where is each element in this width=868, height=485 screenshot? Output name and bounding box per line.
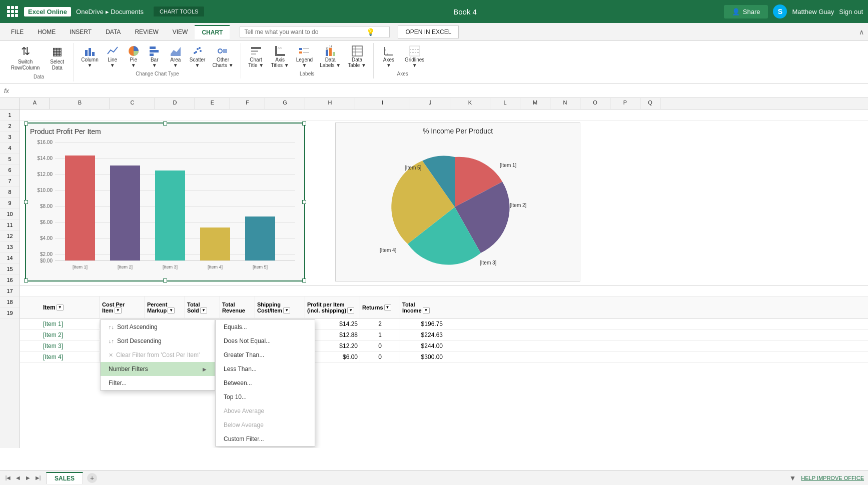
col-header-c[interactable]: C — [110, 98, 155, 109]
between-item[interactable]: Between... — [216, 376, 315, 390]
svg-text:$4.00: $4.00 — [40, 236, 53, 241]
returns-filter-btn[interactable]: ▼ — [384, 304, 391, 310]
gridlines-button[interactable]: Gridlines▼ — [402, 43, 427, 70]
pie-chart-container[interactable]: % Income Per Product — [335, 122, 580, 282]
col-header-i[interactable]: I — [355, 98, 410, 109]
number-filters-submenu: Equals... Does Not Equal... Greater Than… — [215, 320, 315, 446]
sort-desc-icon: ↓↑ — [109, 338, 114, 344]
help-improve-office[interactable]: HELP IMPROVE OFFICE — [801, 475, 864, 481]
data-labels-icon: 1214 — [324, 45, 336, 57]
data-table-button[interactable]: DataTable ▼ — [345, 43, 369, 70]
sheet-tab[interactable]: SALES — [46, 472, 83, 484]
cell-18-a[interactable]: [Item 3] — [40, 342, 100, 350]
profit-filter-btn[interactable]: ▼ — [347, 308, 354, 314]
col-header-p[interactable]: P — [610, 98, 640, 109]
custom-filter-item[interactable]: Custom Filter... — [216, 432, 315, 446]
svg-rect-38 — [410, 46, 420, 56]
nav-first-arrow[interactable]: |◀ — [4, 474, 12, 482]
select-data-button[interactable]: ▦ SelectData — [45, 43, 70, 73]
row-num-17: 17 — [0, 286, 20, 296]
col-header-q[interactable]: Q — [640, 98, 660, 109]
cost-filter-btn[interactable]: ▼ — [115, 308, 122, 314]
legend-button[interactable]: Legend▼ — [293, 43, 316, 70]
tab-insert[interactable]: INSERT — [63, 24, 99, 40]
tab-chart[interactable]: CHART — [195, 25, 230, 39]
bar-chart-button[interactable]: Bar▼ — [145, 43, 165, 70]
svg-text:AB: AB — [278, 46, 282, 50]
column-chart-button[interactable]: Column▼ — [78, 43, 101, 70]
scatter-chart-button[interactable]: Scatter▼ — [187, 43, 209, 70]
scroll-right[interactable]: ▼ — [789, 474, 796, 482]
open-in-excel-button[interactable]: OPEN IN EXCEL — [398, 26, 459, 38]
cell-16-a[interactable]: [Item 1] — [40, 320, 100, 328]
number-filters-item[interactable]: Number Filters ▶ — [101, 362, 215, 376]
col-header-l[interactable]: L — [490, 98, 520, 109]
line-chart-button[interactable]: Line▼ — [103, 43, 123, 70]
col-header-d[interactable]: D — [155, 98, 195, 109]
col-header-b[interactable]: B — [50, 98, 110, 109]
sign-out-link[interactable]: Sign out — [839, 8, 863, 16]
col-header-g[interactable]: G — [265, 98, 305, 109]
tab-home[interactable]: HOME — [31, 24, 63, 40]
switch-row-col-button[interactable]: ⇅ SwitchRow/Column — [8, 43, 43, 73]
row-num-3: 3 — [0, 132, 20, 142]
row-num-19: 19 — [0, 308, 20, 318]
bar-chart-container[interactable]: Product Profit Per Item $16.00 $14 — [25, 122, 305, 282]
tab-view[interactable]: VIEW — [166, 24, 195, 40]
axes-button[interactable]: Axes▼ — [378, 43, 400, 70]
tab-data[interactable]: DATA — [99, 24, 128, 40]
cell-17-a[interactable]: [Item 2] — [40, 330, 100, 340]
breadcrumb[interactable]: OneDrive ▸ Documents — [76, 8, 144, 16]
col-header-o[interactable]: O — [580, 98, 610, 109]
app-grid-icon[interactable] — [5, 4, 20, 19]
shipping-filter-btn[interactable]: ▼ — [283, 308, 290, 314]
tab-review[interactable]: REVIEW — [128, 24, 165, 40]
col-header-n[interactable]: N — [550, 98, 580, 109]
svg-point-13 — [218, 49, 222, 53]
income-filter-btn[interactable]: ▼ — [423, 308, 430, 314]
sort-ascending-item[interactable]: ↑↓ Sort Ascending — [101, 320, 215, 334]
row-num-18: 18 — [0, 296, 20, 308]
svg-rect-27 — [333, 52, 335, 56]
skype-icon[interactable]: S — [773, 4, 787, 18]
axis-titles-button[interactable]: AB AxisTitles ▼ — [268, 43, 292, 70]
col-header-k[interactable]: K — [450, 98, 490, 109]
svg-text:$0.00: $0.00 — [40, 258, 53, 264]
clear-filter-item[interactable]: ✕ Clear Filter from 'Cost Per Item' — [101, 348, 215, 362]
col-header-j[interactable]: J — [410, 98, 450, 109]
item-filter-btn[interactable]: ▼ — [57, 304, 64, 310]
markup-filter-btn[interactable]: ▼ — [168, 308, 175, 314]
nav-next-arrow[interactable]: ▶ — [24, 474, 32, 482]
svg-text:$12.00: $12.00 — [37, 172, 53, 177]
content-area: Product Profit Per Item $16.00 $14 — [20, 110, 868, 448]
does-not-equal-item[interactable]: Does Not Equal... — [216, 334, 315, 348]
data-labels-button[interactable]: 1214 DataLabels ▼ — [317, 43, 344, 70]
sold-filter-btn[interactable]: ▼ — [200, 308, 207, 314]
less-than-item[interactable]: Less Than... — [216, 362, 315, 376]
search-input[interactable] — [244, 28, 364, 36]
share-icon: 👤 — [732, 8, 740, 16]
cell-19-a[interactable]: [Item 4] — [40, 352, 100, 362]
pie-chart-button[interactable]: Pie▼ — [124, 43, 144, 70]
top-10-item[interactable]: Top 10... — [216, 390, 315, 404]
formula-input[interactable] — [13, 88, 864, 94]
filter-item[interactable]: Filter... — [101, 376, 215, 390]
sort-descending-item[interactable]: ↓↑ Sort Descending — [101, 334, 215, 348]
add-sheet-btn[interactable]: + — [87, 473, 97, 483]
chart-title-button[interactable]: ChartTitle ▼ — [245, 43, 267, 70]
other-charts-button[interactable]: OtherCharts ▼ — [209, 43, 236, 70]
col-header-f[interactable]: F — [230, 98, 265, 109]
share-button[interactable]: 👤 Share — [724, 5, 768, 18]
col-header-m[interactable]: M — [520, 98, 550, 109]
user-name: Matthew Guay — [792, 8, 834, 16]
col-header-a[interactable]: A — [20, 98, 50, 109]
tab-file[interactable]: FILE — [4, 24, 31, 40]
area-chart-button[interactable]: Area▼ — [166, 43, 186, 70]
nav-prev-arrow[interactable]: ◀ — [14, 474, 22, 482]
nav-last-arrow[interactable]: ▶| — [34, 474, 42, 482]
equals-item[interactable]: Equals... — [216, 320, 315, 334]
ribbon-collapse-icon[interactable]: ∧ — [859, 28, 864, 36]
greater-than-item[interactable]: Greater Than... — [216, 348, 315, 362]
col-header-e[interactable]: E — [195, 98, 230, 109]
col-header-h[interactable]: H — [305, 98, 355, 109]
